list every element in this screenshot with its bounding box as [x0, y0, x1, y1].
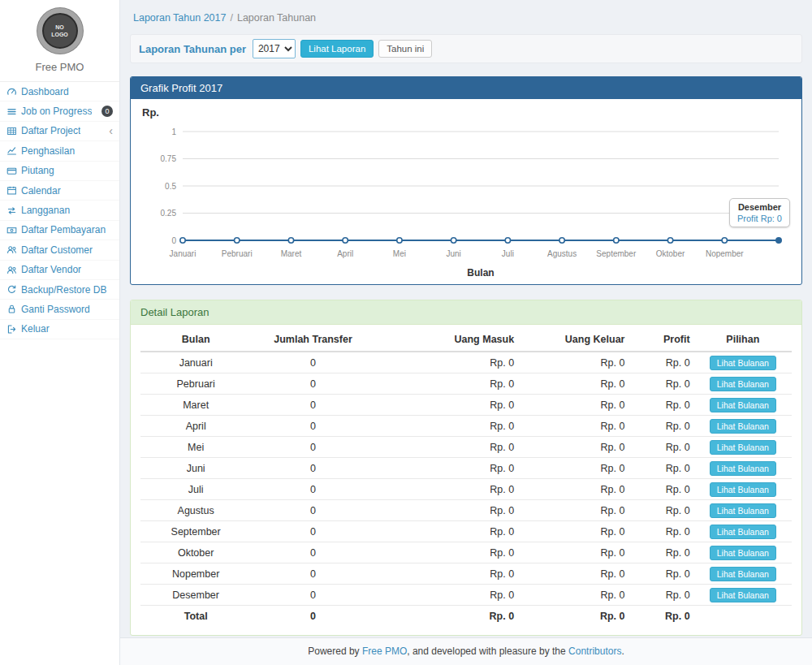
profit-cell: Rp. 0	[628, 458, 693, 479]
sidebar-item-label: Job on Progress	[21, 106, 92, 117]
profit-cell: Rp. 0	[628, 416, 693, 437]
sidebar-item-daftar-project[interactable]: Daftar Project‹	[0, 122, 119, 141]
breadcrumb-link-laporan-tahun[interactable]: Laporan Tahun 2017	[133, 12, 226, 24]
footer-text-suffix: .	[621, 646, 624, 657]
sidebar-item-ganti-password[interactable]: Ganti Password	[0, 300, 119, 319]
brand-name: Free PMO	[0, 61, 119, 73]
detail-laporan-panel: Detail Laporan BulanJumlah TransferUang …	[130, 300, 802, 636]
uang-keluar-cell: Rp. 0	[518, 374, 628, 395]
lihat-bulanan-button[interactable]: Lihat Bulanan	[710, 440, 776, 455]
column-header-uang-keluar: Uang Keluar	[518, 328, 628, 352]
svg-text:0: 0	[171, 236, 176, 245]
lihat-bulanan-button[interactable]: Lihat Bulanan	[710, 482, 776, 497]
lihat-bulanan-button[interactable]: Lihat Bulanan	[710, 588, 776, 602]
filter-label: Laporan Tahunan per	[139, 43, 246, 55]
sidebar-item-dashboard[interactable]: Dashboard	[0, 82, 119, 101]
tooltip-month: Desember	[737, 202, 782, 212]
action-cell: Lihat Bulanan	[694, 458, 792, 479]
contributors-link[interactable]: Contributors	[568, 646, 621, 657]
month-cell: Nopember	[140, 564, 251, 585]
sidebar-item-label: Ganti Password	[21, 304, 90, 315]
calendar-icon	[6, 185, 17, 196]
lihat-bulanan-button[interactable]: Lihat Bulanan	[710, 503, 776, 518]
table-row: Juli0Rp. 0Rp. 0Rp. 0Lihat Bulanan	[140, 479, 792, 500]
table-header-row: BulanJumlah TransferUang MasukUang Kelua…	[140, 328, 792, 352]
uang-masuk-cell: Rp. 0	[375, 521, 518, 542]
table-row: Pebruari0Rp. 0Rp. 0Rp. 0Lihat Bulanan	[140, 374, 792, 395]
app-window: NO LOGO Free PMO DashboardJob on Progres…	[0, 0, 812, 665]
tasks-icon	[6, 106, 17, 117]
breadcrumb: Laporan Tahun 2017/Laporan Tahunan	[130, 0, 802, 34]
sidebar-item-calendar[interactable]: Calendar	[0, 181, 119, 201]
uang-masuk-cell: Rp. 0	[375, 564, 518, 585]
no-logo-badge: NO LOGO	[37, 8, 83, 54]
svg-text:Maret: Maret	[281, 249, 302, 258]
sidebar-item-daftar-customer[interactable]: Daftar Customer	[0, 240, 119, 260]
month-cell: Pebruari	[140, 374, 251, 395]
lihat-bulanan-button[interactable]: Lihat Bulanan	[710, 398, 776, 412]
transfer-count-cell: 0	[251, 437, 374, 458]
total-value: 0	[251, 606, 374, 624]
lihat-bulanan-button[interactable]: Lihat Bulanan	[710, 546, 776, 560]
profit-cell: Rp. 0	[628, 395, 693, 416]
sidebar-item-backup-restore-db[interactable]: Backup/Restore DB	[0, 280, 119, 300]
transfer-count-cell: 0	[251, 352, 374, 374]
detail-table-wrap: BulanJumlah TransferUang MasukUang Kelua…	[131, 325, 801, 635]
sidebar-item-penghasilan[interactable]: Penghasilan	[0, 141, 119, 161]
action-cell: Lihat Bulanan	[694, 395, 792, 416]
action-cell: Lihat Bulanan	[694, 416, 792, 437]
svg-text:0.5: 0.5	[165, 182, 176, 191]
table-icon	[6, 126, 17, 136]
free-pmo-link[interactable]: Free PMO	[362, 646, 407, 657]
month-cell: Maret	[140, 395, 251, 416]
chart-currency-label: Rp.	[142, 106, 159, 119]
detail-panel-title: Detail Laporan	[131, 300, 801, 325]
uang-masuk-cell: Rp. 0	[375, 374, 518, 395]
column-header-profit: Profit	[628, 328, 693, 352]
lihat-laporan-button[interactable]: Lihat Laporan	[300, 40, 374, 58]
sidebar-item-label: Dashboard	[21, 86, 69, 97]
uang-keluar-cell: Rp. 0	[518, 585, 628, 606]
lihat-bulanan-button[interactable]: Lihat Bulanan	[710, 567, 776, 581]
total-value: Rp. 0	[375, 606, 518, 624]
users-icon	[6, 265, 17, 275]
sidebar-item-job-on-progress[interactable]: Job on Progress0	[0, 101, 119, 121]
uang-keluar-cell: Rp. 0	[518, 352, 628, 374]
profit-cell: Rp. 0	[628, 352, 693, 374]
month-cell: September	[140, 521, 251, 542]
lihat-bulanan-button[interactable]: Lihat Bulanan	[710, 356, 776, 370]
lihat-bulanan-button[interactable]: Lihat Bulanan	[710, 461, 776, 476]
lihat-bulanan-button[interactable]: Lihat Bulanan	[710, 377, 776, 391]
transfer-count-cell: 0	[251, 458, 374, 479]
sidebar-item-daftar-pembayaran[interactable]: Daftar Pembayaran	[0, 221, 119, 240]
users-icon	[6, 244, 17, 255]
table-row: Januari0Rp. 0Rp. 0Rp. 0Lihat Bulanan	[140, 352, 792, 374]
lihat-bulanan-button[interactable]: Lihat Bulanan	[710, 419, 776, 434]
uang-keluar-cell: Rp. 0	[518, 395, 628, 416]
month-cell: Oktober	[140, 542, 251, 564]
svg-text:Juli: Juli	[502, 249, 514, 258]
month-cell: Januari	[140, 352, 251, 374]
sidebar-item-langganan[interactable]: Langganan	[0, 201, 119, 220]
table-row: Mei0Rp. 0Rp. 0Rp. 0Lihat Bulanan	[140, 437, 792, 458]
sidebar-item-daftar-vendor[interactable]: Daftar Vendor	[0, 261, 119, 280]
chart-area: Rp. 00.250.50.751JanuariPebruariMaretApr…	[131, 99, 801, 284]
sidebar-item-piutang[interactable]: Piutang	[0, 162, 119, 181]
tahun-ini-button[interactable]: Tahun ini	[378, 40, 432, 58]
year-select[interactable]: 2017	[253, 39, 296, 58]
transfer-count-cell: 0	[251, 542, 374, 564]
uang-masuk-cell: Rp. 0	[375, 416, 518, 437]
table-row: Desember0Rp. 0Rp. 0Rp. 0Lihat Bulanan	[140, 585, 792, 606]
profit-line-chart: 00.250.50.751JanuariPebruariMaretAprilMe…	[139, 117, 793, 283]
transfer-count-cell: 0	[251, 564, 374, 585]
sidebar-item-keluar[interactable]: Keluar	[0, 320, 119, 339]
credit-card-icon	[6, 166, 17, 176]
profit-chart-panel: Grafik Profit 2017 Rp. 00.250.50.751Janu…	[130, 76, 802, 285]
table-row: September0Rp. 0Rp. 0Rp. 0Lihat Bulanan	[140, 521, 792, 542]
chevron-left-icon: ‹	[109, 127, 113, 135]
sign-out-icon	[6, 324, 17, 335]
refresh-icon	[6, 284, 17, 295]
uang-keluar-cell: Rp. 0	[518, 542, 628, 564]
total-value: Rp. 0	[628, 606, 693, 624]
lihat-bulanan-button[interactable]: Lihat Bulanan	[710, 525, 776, 539]
